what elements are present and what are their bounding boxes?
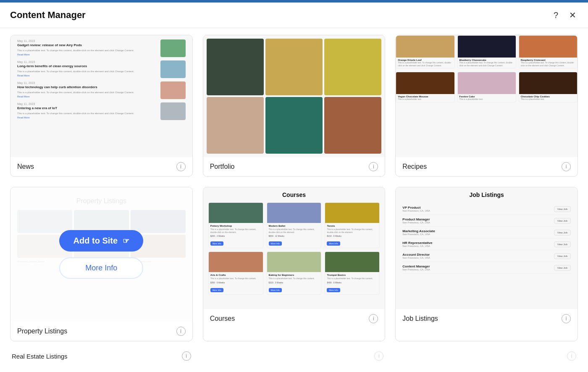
course-more-button[interactable]: More Info bbox=[327, 288, 340, 292]
view-job-button[interactable]: View Job bbox=[554, 253, 571, 259]
courses-title: Courses bbox=[208, 191, 380, 198]
course-more-button[interactable]: More Info bbox=[269, 288, 282, 292]
portfolio-image bbox=[207, 39, 264, 95]
recipe-image bbox=[519, 36, 577, 58]
card-job-listings: Job Listings VP Product San Francisco, C… bbox=[395, 187, 578, 341]
info-icon[interactable]: i bbox=[176, 327, 186, 336]
main-content: May 11, 2023 Gadget review: release of n… bbox=[0, 28, 588, 372]
portfolio-image bbox=[265, 39, 323, 95]
news-image bbox=[160, 102, 186, 120]
info-icon[interactable]: i bbox=[567, 351, 576, 361]
jobs-title: Job Listings bbox=[402, 191, 571, 198]
job-row: VP Product San Francisco, CA, USA View J… bbox=[402, 203, 571, 215]
course-card: Tennis This is a placeholder text. To ch… bbox=[325, 202, 380, 248]
recipe-card: Raspberry Croissant This is a placeholde… bbox=[519, 35, 578, 68]
recipes-row: Vegan Chocolate Mousse This is a placeho… bbox=[396, 72, 578, 102]
portfolio-image bbox=[324, 97, 381, 154]
card-overlay: Add to Site ☞ More Info bbox=[10, 187, 192, 322]
course-image bbox=[267, 252, 321, 272]
card-label: Recipes bbox=[402, 163, 427, 170]
recipe-card: Vegan Chocolate Mousse This is a placeho… bbox=[396, 72, 454, 102]
card-label: Courses bbox=[210, 315, 235, 322]
view-job-button[interactable]: View Job bbox=[554, 241, 571, 247]
info-icon[interactable]: i bbox=[562, 162, 571, 171]
recipes-preview: Orange Drizzle Loaf This is a placeholde… bbox=[396, 35, 578, 157]
news-item: May 11, 2023 Long-term benefits of clean… bbox=[17, 60, 186, 78]
course-more-button[interactable]: More Info bbox=[210, 288, 223, 292]
property-preview: Property Listings Rosemary Market Home M… bbox=[10, 187, 192, 322]
card-portfolio: Portfolio i bbox=[203, 35, 386, 177]
recipes-row: Orange Drizzle Loaf This is a placeholde… bbox=[396, 35, 578, 68]
more-info-button[interactable]: More Info bbox=[59, 257, 143, 279]
info-icon[interactable]: i bbox=[369, 162, 378, 171]
recipe-card: Festive Cake This is a placeholder text. bbox=[457, 72, 516, 102]
courses-preview: Courses Pottery Workshop This is a place… bbox=[203, 187, 385, 309]
course-image bbox=[325, 252, 379, 272]
course-more-button[interactable]: More Info bbox=[269, 241, 282, 246]
card-label: Job Listings bbox=[402, 315, 438, 322]
card-label: News bbox=[17, 163, 34, 170]
card-property-listings: Property Listings Rosemary Market Home M… bbox=[10, 187, 193, 341]
card-footer: Property Listings i bbox=[10, 322, 192, 341]
news-image bbox=[160, 81, 186, 99]
news-image bbox=[160, 39, 186, 57]
recipe-card: Blueberry Cheesecake This is a placehold… bbox=[457, 35, 516, 68]
recipe-image bbox=[396, 72, 454, 94]
news-item: May 11, 2023 Entering a new era of IoT T… bbox=[17, 102, 186, 120]
recipe-image bbox=[458, 36, 516, 58]
info-icon[interactable]: i bbox=[369, 314, 378, 323]
header-icons: ? ✕ bbox=[552, 8, 578, 22]
course-image bbox=[209, 203, 263, 223]
bottom-label-1: Real Estate Listings bbox=[12, 353, 68, 360]
help-button[interactable]: ? bbox=[552, 9, 560, 22]
news-preview: May 11, 2023 Gadget review: release of n… bbox=[10, 35, 192, 157]
view-job-button[interactable]: View Job bbox=[554, 265, 571, 271]
info-icon[interactable]: i bbox=[562, 314, 571, 323]
card-grid: May 11, 2023 Gadget review: release of n… bbox=[10, 35, 578, 341]
news-item: May 11, 2023 Gadget review: release of n… bbox=[17, 39, 186, 57]
card-footer: Recipes i bbox=[396, 157, 578, 176]
recipe-image bbox=[519, 72, 577, 94]
info-icon[interactable]: i bbox=[176, 162, 186, 171]
page-title: Content Manager bbox=[10, 10, 86, 21]
view-job-button[interactable]: View Job bbox=[554, 206, 571, 212]
course-more-button[interactable]: More Info bbox=[210, 241, 223, 246]
close-button[interactable]: ✕ bbox=[567, 8, 578, 22]
card-label: Property Listings bbox=[17, 327, 67, 335]
course-more-button[interactable]: More Info bbox=[327, 241, 340, 246]
info-icon[interactable]: i bbox=[182, 351, 191, 361]
course-card: Modern Ballet This is a placeholder text… bbox=[267, 202, 322, 248]
card-footer: Job Listings i bbox=[396, 309, 578, 328]
job-row: HR Representative San Francisco, CA, USA… bbox=[402, 238, 571, 250]
portfolio-grid bbox=[203, 35, 385, 157]
card-footer: News i bbox=[10, 157, 192, 176]
card-footer: Portfolio i bbox=[203, 157, 385, 176]
course-card: Pottery Workshop This is a placeholder t… bbox=[208, 202, 263, 248]
card-footer: Courses i bbox=[203, 309, 385, 328]
job-row: Content Manager San Francisco, CA, USA V… bbox=[402, 262, 571, 274]
add-to-site-button[interactable]: Add to Site ☞ bbox=[59, 230, 143, 251]
job-row: Product Manager San Francisco, CA, USA V… bbox=[402, 215, 571, 227]
portfolio-preview bbox=[203, 35, 385, 157]
recipe-image bbox=[396, 36, 454, 58]
course-image bbox=[325, 203, 379, 223]
info-icon[interactable]: i bbox=[374, 351, 383, 361]
course-image bbox=[267, 203, 321, 223]
portfolio-image bbox=[324, 39, 381, 95]
view-job-button[interactable]: View Job bbox=[554, 218, 571, 224]
job-row: Account Director San Francisco, CA, USA … bbox=[402, 250, 571, 262]
recipe-card: Orange Drizzle Loaf This is a placeholde… bbox=[396, 35, 454, 68]
card-label: Portfolio bbox=[210, 163, 235, 170]
portfolio-image bbox=[207, 97, 264, 154]
course-card: Baking for Beginners This is a placehold… bbox=[267, 251, 322, 295]
header: Content Manager ? ✕ bbox=[0, 3, 588, 28]
card-news: May 11, 2023 Gadget review: release of n… bbox=[10, 35, 193, 177]
portfolio-image bbox=[265, 97, 323, 154]
job-row: Marketing Associate San Francisco, CA, U… bbox=[402, 227, 571, 238]
jobs-preview: Job Listings VP Product San Francisco, C… bbox=[396, 187, 578, 309]
view-job-button[interactable]: View Job bbox=[554, 230, 571, 236]
cursor-icon: ☞ bbox=[123, 236, 129, 246]
card-courses: Courses Pottery Workshop This is a place… bbox=[203, 187, 386, 341]
course-image bbox=[209, 252, 263, 272]
courses-grid: Pottery Workshop This is a placeholder t… bbox=[208, 202, 380, 295]
